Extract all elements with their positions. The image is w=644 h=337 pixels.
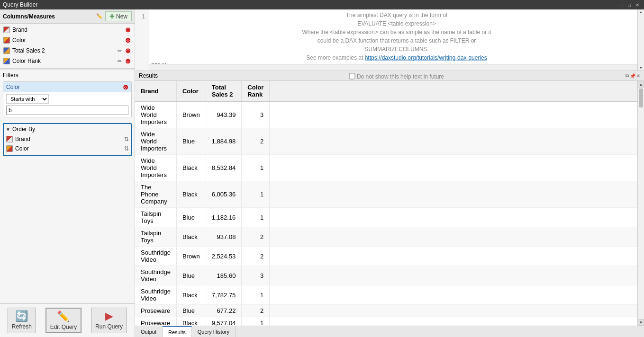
column-item-color-rank: Color Rank ✏ ⊗ [0, 56, 135, 66]
table-row: Proseware Blue 677.22 2 [135, 305, 644, 317]
cell-brand: Wide World Importers [135, 101, 176, 128]
edit-query-button[interactable]: ✏️ Edit Query [45, 308, 82, 333]
hint-link[interactable]: https://daxstudio.org/tutorials/writing-… [365, 54, 487, 61]
cell-color-rank: 2 [242, 227, 270, 247]
cell-color: Black [176, 317, 206, 326]
app-container: Query Builder ─ □ ✕ Columns/Measures ✏️ … [0, 0, 644, 337]
columns-list: Brand ⊗ Color ⊗ Total Sales 2 [0, 24, 135, 67]
column-item-color: Color ⊗ [0, 35, 135, 45]
results-table: Brand Color Total Sales 2 Color Rank Wid… [135, 81, 644, 326]
tab-output[interactable]: Output [135, 326, 163, 337]
cell-color-rank: 2 [242, 128, 270, 155]
cell-extra [270, 317, 644, 326]
remove-color-rank-button[interactable]: ⊗ [124, 57, 132, 65]
results-pin-button[interactable]: 📌 [630, 73, 635, 79]
results-table-container: Brand Color Total Sales 2 Color Rank Wid… [135, 81, 644, 326]
query-content[interactable]: Start by typing your query in this area.… [149, 9, 644, 71]
cell-total-sales: 7,782.75 [206, 285, 242, 305]
order-by-section: ▼ Order By Brand ⇅ Color ⇅ [3, 123, 132, 156]
cell-extra [270, 128, 644, 155]
filters-section: Filters Color ⊗ Starts with Contains Equ… [0, 70, 135, 121]
order-by-header[interactable]: ▼ Order By [6, 126, 129, 133]
cell-total-sales: 6,005.36 [206, 181, 242, 208]
new-label: New [116, 13, 127, 20]
cell-color: Black [176, 285, 206, 305]
color-col-icon [3, 36, 10, 44]
edit-color-rank-button[interactable]: ✏ [116, 57, 123, 65]
run-query-label: Run Query [95, 323, 123, 330]
hint-checkbox-label: Do not show this help text in future [357, 72, 444, 80]
cell-color-rank: 1 [242, 208, 270, 227]
restore-button[interactable]: □ [626, 2, 633, 8]
cell-color-rank: 1 [242, 317, 270, 326]
cell-total-sales: 937.08 [206, 227, 242, 247]
cell-color-rank: 1 [242, 285, 270, 305]
tab-results[interactable]: Results [163, 326, 192, 337]
filter-item-color: Color ⊗ Starts with Contains Equals Ends… [3, 81, 132, 117]
columns-header: Columns/Measures ✏️ ✚ New [0, 9, 135, 24]
color-rank-col-actions: ✏ ⊗ [116, 57, 132, 65]
order-sort-color-button[interactable]: ⇅ [124, 145, 129, 152]
query-scroll-up-button[interactable]: ▲ [639, 9, 644, 15]
query-scroll-down-button[interactable]: ▼ [639, 65, 644, 71]
filter-remove-color-button[interactable]: ⊗ [123, 83, 128, 91]
cell-extra [270, 155, 644, 181]
cell-color: Blue [176, 208, 206, 227]
table-row: Proseware Black 9,577.04 1 [135, 317, 644, 326]
filter-header-color: Color ⊗ [3, 82, 131, 92]
edit-total-sales-button[interactable]: ✏ [116, 47, 123, 54]
filter-name-color: Color [6, 84, 20, 90]
header-total-sales: Total Sales 2 [206, 81, 242, 101]
query-editor: 1 Start by typing your query in this are… [135, 9, 644, 71]
cell-brand: Southridge Video [135, 285, 176, 305]
order-sort-brand-button[interactable]: ⇅ [124, 136, 129, 142]
table-scroll-up-button[interactable]: ▲ [638, 81, 644, 88]
app-title: Query Builder [3, 1, 37, 8]
column-name-brand: Brand [12, 27, 122, 33]
new-button[interactable]: ✚ New [105, 11, 132, 21]
cell-extra [270, 285, 644, 305]
tab-query-history[interactable]: Query History [192, 326, 236, 337]
cell-total-sales: 677.22 [206, 305, 242, 317]
hint-see-more: See more examples at https://daxstudio.o… [302, 53, 491, 62]
cell-extra [270, 208, 644, 227]
cell-color: Blue [176, 266, 206, 285]
cell-brand: Tailspin Toys [135, 208, 176, 227]
remove-color-button[interactable]: ⊗ [124, 36, 132, 44]
remove-brand-button[interactable]: ⊗ [124, 26, 132, 34]
right-panel: 1 Start by typing your query in this are… [135, 9, 644, 337]
edit-columns-icon[interactable]: ✏️ [96, 13, 103, 20]
header-color: Color [176, 81, 206, 101]
cell-brand: Southridge Video [135, 247, 176, 266]
order-item-brand: Brand ⇅ [6, 134, 129, 144]
table-scroll-down-button[interactable]: ▼ [638, 319, 644, 326]
query-scrollbar-bottom[interactable] [149, 64, 637, 71]
sales-col-icon [3, 47, 10, 54]
cell-total-sales: 185.60 [206, 266, 242, 285]
table-row: The Phone Company Black 6,005.36 1 [135, 181, 644, 208]
results-close-button[interactable]: ✕ [636, 73, 640, 79]
minimize-button[interactable]: ─ [618, 2, 625, 8]
results-float-button[interactable]: ⧉ [626, 73, 629, 79]
filters-title: Filters [3, 72, 132, 79]
header-row: Brand Color Total Sales 2 Color Rank [135, 81, 644, 101]
hint-checkbox[interactable] [349, 73, 355, 80]
column-name-color-rank: Color Rank [12, 58, 114, 64]
plus-icon: ✚ [109, 13, 115, 20]
line-numbers: 1 [135, 9, 149, 71]
results-table-head: Brand Color Total Sales 2 Color Rank [135, 81, 644, 101]
filter-condition-select[interactable]: Starts with Contains Equals Ends with [6, 94, 49, 104]
refresh-button[interactable]: 🔄 Refresh [8, 308, 36, 333]
filter-value-input[interactable] [6, 106, 128, 115]
cell-total-sales: 2,524.53 [206, 247, 242, 266]
brand-col-icon [3, 26, 10, 34]
close-button[interactable]: ✕ [634, 2, 641, 8]
cell-total-sales: 943.39 [206, 101, 242, 128]
remove-total-sales-button[interactable]: ⊗ [124, 47, 132, 54]
order-brand-icon [6, 135, 13, 143]
title-bar-left: Query Builder [3, 1, 37, 8]
table-scroll-thumb[interactable] [639, 89, 643, 107]
run-query-button[interactable]: ▶ Run Query [91, 308, 127, 333]
rank-col-icon [3, 57, 10, 65]
column-name-color: Color [12, 37, 122, 44]
